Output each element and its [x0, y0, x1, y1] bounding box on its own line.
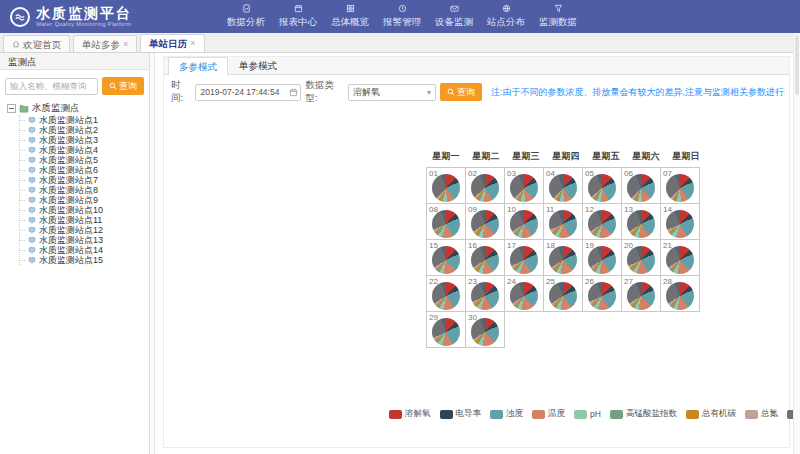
day-pie-chart	[432, 318, 460, 346]
weekday-header-row: 星期一星期二星期三星期四星期五星期六星期日	[426, 150, 706, 163]
query-toolbar: 时间: 数据类型: 溶解氧 ▾	[171, 82, 785, 102]
collapse-icon[interactable]	[7, 104, 16, 113]
nav-item[interactable]: 站点分布	[484, 4, 528, 29]
day-pie-chart	[627, 282, 655, 310]
calendar-day-cell: 17	[504, 239, 544, 276]
logo-icon	[10, 7, 30, 27]
nav-item[interactable]: 监测数据	[536, 4, 580, 29]
day-pie-chart	[471, 210, 499, 238]
page-tab[interactable]: 单站日历×	[140, 34, 204, 52]
scrollbar[interactable]	[793, 33, 800, 454]
calendar-picker-icon[interactable]	[289, 88, 298, 97]
legend-item[interactable]: 电导率	[440, 408, 482, 420]
day-pie-chart	[666, 174, 694, 202]
close-icon[interactable]: ×	[123, 37, 128, 52]
nav-item[interactable]: 报警管理	[380, 4, 424, 29]
day-number: 23	[468, 277, 477, 286]
nav-item[interactable]: 设备监测	[432, 4, 476, 29]
legend-label: 电导率	[456, 408, 482, 420]
station-search-button[interactable]: 查询	[102, 77, 144, 95]
nav-item-label: 报表中心	[279, 16, 317, 29]
calendar-day-cell: 19	[582, 239, 622, 276]
page-tab[interactable]: 单站多参×	[73, 35, 137, 52]
nav-item[interactable]: 报表中心	[276, 4, 320, 29]
calendar-day-cell: 15	[426, 239, 466, 276]
station-icon	[28, 256, 36, 264]
mode-tab[interactable]: 多参模式	[168, 57, 228, 75]
day-pie-chart	[627, 210, 655, 238]
day-pie-chart	[666, 282, 694, 310]
legend-item[interactable]: 总有机碳	[686, 408, 736, 420]
day-number: 05	[585, 169, 594, 178]
chevron-down-icon: ▾	[427, 88, 431, 97]
page-tab[interactable]: 欢迎首页	[3, 35, 70, 52]
close-icon[interactable]: ×	[190, 36, 195, 51]
legend-label: 高锰酸盐指数	[626, 408, 677, 420]
day-pie-chart	[549, 174, 577, 202]
alarm-clock-icon	[398, 4, 407, 14]
calendar-day-cell: 22	[426, 275, 466, 312]
calendar-day-cell: 27	[621, 275, 661, 312]
calendar-day-cell: 30	[465, 311, 505, 348]
app-subtitle: Water Quality Monitoring Platform	[36, 22, 132, 28]
page-tab-label: 单站多参	[82, 37, 120, 52]
scrollbar-thumb[interactable]	[795, 35, 799, 95]
nav-item-label: 站点分布	[487, 16, 525, 29]
calendar-day-cell: 13	[621, 203, 661, 240]
data-type-select[interactable]: 溶解氧 ▾	[348, 84, 436, 101]
station-icon	[28, 166, 36, 174]
station-icon	[28, 196, 36, 204]
legend-item[interactable]: 溶解氧	[389, 408, 431, 420]
query-button[interactable]: 查询	[440, 83, 482, 101]
calendar-chart: 星期一星期二星期三星期四星期五星期六星期日 010203040506070809…	[426, 150, 706, 348]
nav-item-label: 报警管理	[383, 16, 421, 29]
calendar-day-cell: 09	[465, 203, 505, 240]
calendar-row: 08091011121314	[426, 203, 706, 240]
day-pie-chart	[432, 174, 460, 202]
app-title: 水质监测平台	[36, 6, 132, 20]
day-pie-chart	[666, 246, 694, 274]
legend-label: 溶解氧	[405, 408, 431, 420]
station-icon	[28, 176, 36, 184]
calendar-day-cell: 21	[660, 239, 700, 276]
day-number: 18	[546, 241, 555, 250]
search-icon	[447, 88, 455, 96]
nav-item[interactable]: 总体概览	[328, 4, 372, 29]
legend-label: 总氮	[761, 408, 778, 420]
day-number: 12	[585, 205, 594, 214]
day-number: 07	[663, 169, 672, 178]
legend-item[interactable]: 高锰酸盐指数	[610, 408, 677, 420]
calendar-day-cell: 26	[582, 275, 622, 312]
day-number: 11	[546, 205, 554, 214]
globe-icon	[502, 4, 511, 14]
nav-item-label: 总体概览	[331, 16, 369, 29]
station-label: 水质监测站点15	[39, 254, 103, 267]
calendar-day-cell: 20	[621, 239, 661, 276]
day-number: 10	[507, 205, 516, 214]
search-icon	[109, 82, 117, 90]
station-icon	[28, 206, 36, 214]
legend-item[interactable]: 温度	[532, 408, 565, 420]
legend-swatch	[389, 410, 402, 419]
mode-tab[interactable]: 单参模式	[228, 56, 288, 74]
calendar-day-cell: 12	[582, 203, 622, 240]
calendar-day-cell: 11	[543, 203, 583, 240]
calendar-day-cell: 02	[465, 167, 505, 204]
app-header: 水质监测平台 Water Quality Monitoring Platform…	[0, 0, 800, 33]
legend-item[interactable]: 浊度	[490, 408, 523, 420]
legend-item[interactable]: 总氮	[745, 408, 778, 420]
calendar-day-cell: 14	[660, 203, 700, 240]
day-number: 08	[429, 205, 438, 214]
calendar-grid: 0102030405060708091011121314151617181920…	[426, 167, 706, 348]
legend-item[interactable]: pH	[574, 409, 601, 419]
legend-swatch	[440, 410, 453, 419]
datetime-input[interactable]	[195, 84, 301, 101]
nav-item[interactable]: 数据分析	[224, 4, 268, 29]
day-pie-chart	[588, 282, 616, 310]
station-tree-item[interactable]: 水质监测站点15	[20, 255, 149, 265]
tree-root-node[interactable]: 水质监测点	[7, 102, 149, 114]
app-logo: 水质监测平台 Water Quality Monitoring Platform	[10, 6, 132, 28]
day-pie-chart	[627, 246, 655, 274]
nav-item-label: 设备监测	[435, 16, 473, 29]
station-search-input[interactable]	[5, 78, 98, 95]
